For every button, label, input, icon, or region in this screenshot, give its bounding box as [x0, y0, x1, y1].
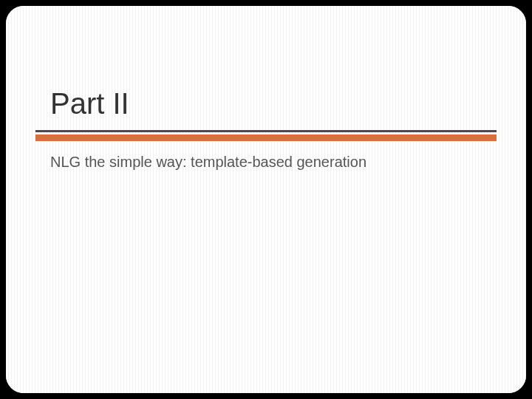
slide-subtitle: NLG the simple way: template-based gener…	[50, 154, 366, 171]
slide-content: Part II NLG the simple way: template-bas…	[6, 6, 526, 393]
title-underline-dark	[35, 130, 497, 132]
title-underline-accent	[35, 134, 497, 141]
slide-container: Part II NLG the simple way: template-bas…	[6, 6, 526, 393]
slide-title: Part II	[50, 87, 129, 120]
